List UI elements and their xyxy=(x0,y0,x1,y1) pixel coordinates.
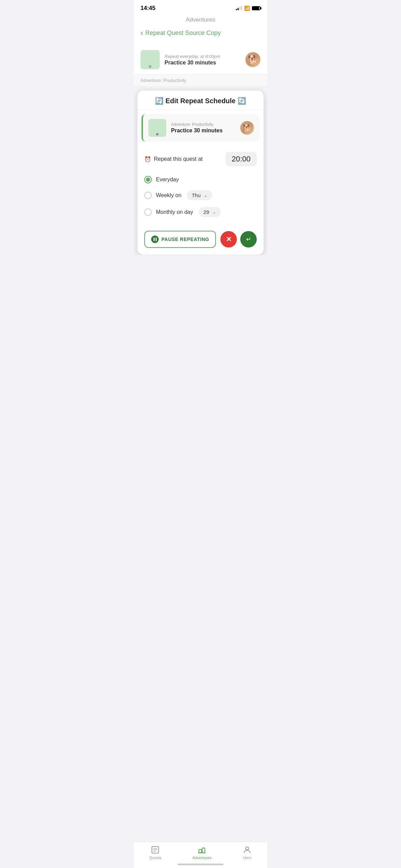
close-icon: ✕ xyxy=(226,236,232,243)
modal-quest-card: Adventure: Productivity Practice 30 minu… xyxy=(142,114,259,142)
status-time: 14:45 xyxy=(141,5,155,12)
monthly-option[interactable]: Monthly on day 29 ⌄ xyxy=(144,204,257,220)
avatar: 🐕 xyxy=(245,52,260,67)
weekly-label: Weekly on xyxy=(156,192,181,198)
bg-quest-card: Repeat everyday, at 8:00pm Practice 30 m… xyxy=(134,45,267,74)
repeat-label-text: Repeat this quest at xyxy=(154,156,203,162)
chevron-down-icon: ⌄ xyxy=(204,193,207,198)
everyday-label: Everyday xyxy=(156,177,179,183)
modal-header: 🔄 Edit Repeat Schedule 🔄 xyxy=(137,91,264,110)
quest-thumbnail xyxy=(141,50,160,69)
day-of-week-dropdown[interactable]: Thu ⌄ xyxy=(187,190,212,200)
everyday-radio[interactable] xyxy=(144,176,152,183)
status-icons: 📶 xyxy=(236,5,260,11)
modal-title-text: Edit Repeat Schedule xyxy=(166,97,236,105)
back-nav[interactable]: ‹ Repeat Quest Source Copy xyxy=(141,27,260,42)
nav-title: Repeat Quest Source Copy xyxy=(145,29,221,37)
back-arrow-icon[interactable]: ‹ xyxy=(141,29,143,37)
day-of-month-value: 29 xyxy=(204,209,209,215)
time-picker[interactable]: 20:00 xyxy=(226,152,257,166)
modal-avatar: 🐕 xyxy=(240,121,254,135)
quest-repeat-label: Repeat everyday, at 8:00pm xyxy=(165,54,241,59)
day-of-month-dropdown[interactable]: 29 ⌄ xyxy=(199,207,221,217)
modal-quest-info: Adventure: Productivity Practice 30 minu… xyxy=(171,122,235,134)
battery-icon xyxy=(252,6,260,10)
weekly-radio[interactable] xyxy=(144,192,152,199)
enter-icon: ↵ xyxy=(246,236,251,242)
day-of-week-value: Thu xyxy=(192,192,200,198)
alarm-icon: ⏰ xyxy=(144,156,151,162)
chevron-down-icon-monthly: ⌄ xyxy=(212,210,216,215)
modal-title-icon-right: 🔄 xyxy=(238,97,246,105)
monthly-radio[interactable] xyxy=(144,208,152,216)
cancel-button[interactable]: ✕ xyxy=(220,231,237,248)
page-title: Adventures xyxy=(141,14,260,27)
modal-area: 🔄 Edit Repeat Schedule 🔄 Adventure: Prod… xyxy=(134,87,267,255)
pause-label: PAUSE REPEATING xyxy=(161,237,209,242)
weekly-option[interactable]: Weekly on Thu ⌄ xyxy=(144,187,257,204)
pause-repeating-button[interactable]: PAUSE REPEATING xyxy=(144,231,216,248)
modal-quest-thumbnail xyxy=(148,119,166,137)
bottom-spacer xyxy=(134,255,267,324)
modal-card: 🔄 Edit Repeat Schedule 🔄 Adventure: Prod… xyxy=(137,90,264,255)
confirm-button[interactable]: ↵ xyxy=(240,231,257,248)
quest-info: Repeat everyday, at 8:00pm Practice 30 m… xyxy=(165,54,241,66)
action-row: PAUSE REPEATING ✕ ↵ xyxy=(137,225,264,255)
pause-icon xyxy=(151,236,159,243)
modal-adventure-label: Adventure: Productivity xyxy=(171,122,235,127)
adventure-label-bg: Adventure: Productivity xyxy=(134,74,267,87)
status-bar: 14:45 📶 xyxy=(134,0,267,14)
icon-buttons: ✕ ↵ xyxy=(220,231,257,248)
repeat-time-row: ⏰ Repeat this quest at 20:00 xyxy=(137,146,264,171)
monthly-label: Monthly on day xyxy=(156,209,193,215)
modal-quest-name: Practice 30 minutes xyxy=(171,128,235,134)
modal-title-icon-left: 🔄 xyxy=(155,97,166,105)
repeat-time-label: ⏰ Repeat this quest at xyxy=(144,156,203,162)
quest-name: Practice 30 minutes xyxy=(165,60,241,66)
top-area: Adventures ‹ Repeat Quest Source Copy xyxy=(134,14,267,45)
wifi-icon: 📶 xyxy=(244,5,250,11)
everyday-option[interactable]: Everyday xyxy=(144,172,257,187)
radio-options: Everyday Weekly on Thu ⌄ Monthly on day … xyxy=(137,171,264,225)
signal-icon xyxy=(236,6,242,10)
